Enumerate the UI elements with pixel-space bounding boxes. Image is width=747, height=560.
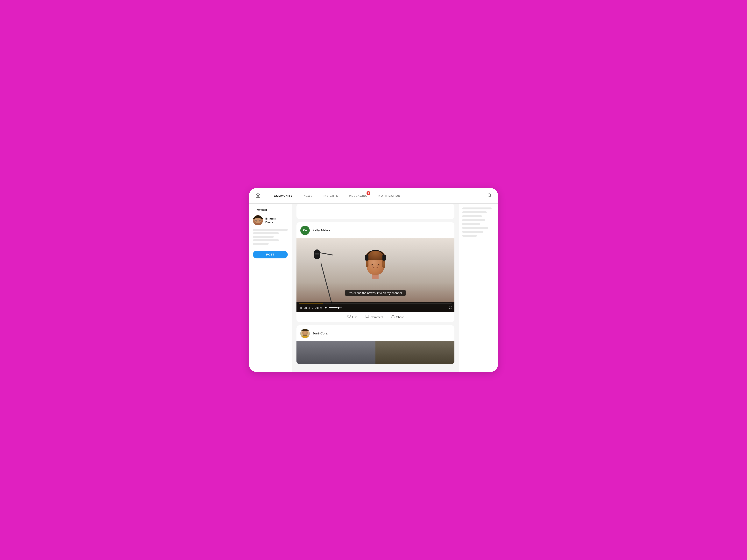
search-icon[interactable] (487, 193, 492, 198)
tab-notification-label: NOTIFICATION (379, 194, 400, 197)
fullscreen-button[interactable] (448, 306, 452, 310)
tab-notification[interactable]: NOTIFICATION (373, 188, 406, 204)
svg-marker-4 (325, 307, 326, 309)
feed: KA Kelly Abbas (292, 204, 459, 372)
comment-button[interactable]: Comment (365, 315, 383, 319)
avatar (253, 215, 263, 225)
avatar-kelly: KA (300, 226, 310, 235)
sidebar-skeleton (253, 229, 288, 245)
skeleton-line (462, 223, 480, 225)
post-button[interactable]: POST (253, 251, 288, 259)
skeleton-line (462, 227, 488, 229)
skeleton-line (462, 215, 482, 217)
home-icon[interactable] (255, 193, 261, 199)
post-card-jose: José Cora (297, 325, 455, 364)
right-panel (459, 204, 498, 372)
stub-card (297, 204, 455, 219)
tab-messaging[interactable]: MESSAGING 9 (343, 188, 373, 204)
svg-rect-2 (300, 307, 301, 309)
post-author-kelly: Kelly Abbas (312, 229, 330, 232)
second-post-image (297, 341, 455, 364)
device-frame: COMMUNITY NEWS INSIGHTS MESSAGING 9 NOTI… (249, 188, 498, 372)
skeleton-line (462, 231, 483, 233)
back-arrow-icon: ← (253, 208, 256, 211)
svg-line-1 (490, 196, 492, 197)
like-button[interactable]: Like (347, 315, 358, 319)
skeleton-line (253, 236, 274, 238)
svg-rect-3 (301, 307, 302, 309)
tab-news-label: NEWS (304, 194, 312, 197)
skeleton-line (462, 219, 485, 221)
user-profile: Brianna Davis (253, 215, 288, 225)
skeleton-line (462, 211, 487, 213)
top-nav: COMMUNITY NEWS INSIGHTS MESSAGING 9 NOTI… (249, 188, 498, 204)
main-layout: ← My feed (249, 204, 498, 372)
nav-tabs: COMMUNITY NEWS INSIGHTS MESSAGING 9 NOTI… (268, 188, 487, 204)
podcast-scene (297, 238, 455, 312)
share-icon (391, 315, 395, 319)
progress-bar[interactable] (299, 303, 452, 304)
skeleton-line (462, 208, 492, 209)
post-actions-kelly: Like Comment (297, 312, 455, 322)
avatar-jose (300, 329, 310, 338)
heart-icon (347, 315, 351, 319)
volume-slider[interactable] (329, 308, 342, 308)
skeleton-line (253, 243, 269, 245)
tab-insights-label: INSIGHTS (324, 194, 338, 197)
video-controls: 3:11 / 20:25 (297, 302, 455, 312)
mic-body (314, 249, 320, 259)
skeleton-line (253, 239, 279, 241)
tab-community[interactable]: COMMUNITY (268, 188, 298, 204)
tab-messaging-label: MESSAGING (349, 194, 368, 197)
tab-community-label: COMMUNITY (274, 194, 292, 197)
post-header-jose: José Cora (297, 325, 455, 341)
pause-button[interactable] (299, 306, 302, 309)
skeleton-line (253, 229, 288, 231)
controls-row: 3:11 / 20:25 (299, 306, 452, 310)
volume-control[interactable] (325, 306, 342, 309)
video-player[interactable]: You'll find the newest info on my channe… (297, 238, 455, 312)
username: Brianna Davis (265, 217, 276, 224)
post-author-jose: José Cora (312, 332, 327, 335)
back-link[interactable]: ← My feed (253, 208, 288, 211)
skeleton-line (253, 232, 279, 234)
post-header-kelly: KA Kelly Abbas (297, 222, 455, 238)
share-button[interactable]: Share (391, 315, 404, 319)
tab-insights[interactable]: INSIGHTS (318, 188, 343, 204)
progress-fill (299, 303, 323, 304)
time-display: 3:11 / 20:25 (304, 306, 323, 309)
tab-news[interactable]: NEWS (298, 188, 318, 204)
back-link-label: My feed (257, 208, 267, 211)
video-subtitle: You'll find the newest info on my channe… (345, 290, 406, 296)
sidebar: ← My feed (249, 204, 292, 372)
right-skeleton-lines (462, 208, 495, 237)
volume-icon (325, 306, 328, 309)
messaging-badge: 9 (366, 191, 370, 195)
comment-icon (365, 315, 369, 319)
skeleton-line (462, 235, 477, 237)
post-card-kelly: KA Kelly Abbas (297, 222, 455, 322)
